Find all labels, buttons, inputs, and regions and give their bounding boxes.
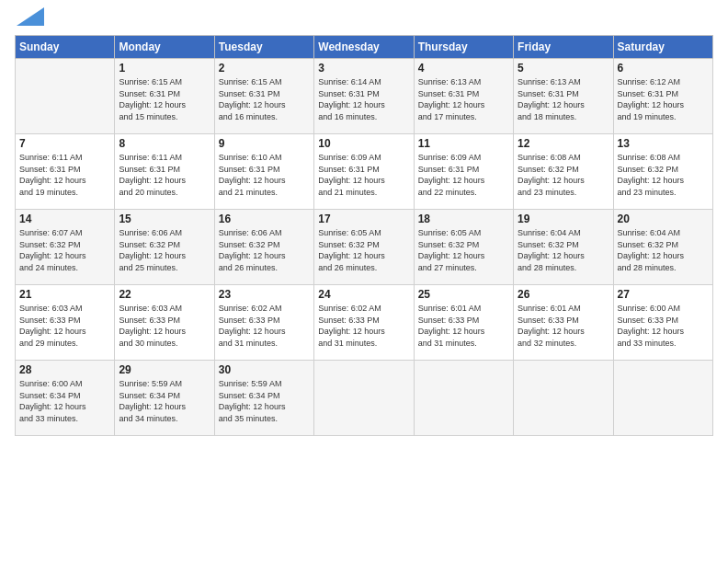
calendar-cell: 11Sunrise: 6:09 AM Sunset: 6:31 PM Dayli… xyxy=(414,134,513,210)
page-header xyxy=(15,15,713,26)
day-info: Sunrise: 6:04 AM Sunset: 6:32 PM Dayligh… xyxy=(618,227,709,273)
day-number: 25 xyxy=(418,288,509,301)
day-info: Sunrise: 6:14 AM Sunset: 6:31 PM Dayligh… xyxy=(318,76,409,122)
day-number: 22 xyxy=(119,288,210,301)
calendar-cell: 25Sunrise: 6:01 AM Sunset: 6:33 PM Dayli… xyxy=(414,285,513,361)
day-info: Sunrise: 6:13 AM Sunset: 6:31 PM Dayligh… xyxy=(518,76,609,122)
day-number: 27 xyxy=(618,288,709,301)
calendar-cell xyxy=(514,361,613,436)
calendar-cell: 17Sunrise: 6:05 AM Sunset: 6:32 PM Dayli… xyxy=(314,210,414,285)
day-number: 9 xyxy=(219,137,310,150)
day-info: Sunrise: 6:00 AM Sunset: 6:33 PM Dayligh… xyxy=(618,303,709,349)
calendar-cell: 28Sunrise: 6:00 AM Sunset: 6:34 PM Dayli… xyxy=(16,361,115,436)
day-info: Sunrise: 6:00 AM Sunset: 6:34 PM Dayligh… xyxy=(19,378,110,424)
calendar-cell: 18Sunrise: 6:05 AM Sunset: 6:32 PM Dayli… xyxy=(414,210,513,285)
calendar-cell: 10Sunrise: 6:09 AM Sunset: 6:31 PM Dayli… xyxy=(314,134,414,210)
weekday-header-monday: Monday xyxy=(115,36,214,59)
day-number: 6 xyxy=(618,62,709,75)
logo-arrow-icon xyxy=(17,7,44,26)
calendar-cell: 9Sunrise: 6:10 AM Sunset: 6:31 PM Daylig… xyxy=(214,134,313,210)
day-number: 23 xyxy=(219,288,310,301)
day-info: Sunrise: 6:15 AM Sunset: 6:31 PM Dayligh… xyxy=(119,76,210,122)
day-info: Sunrise: 6:02 AM Sunset: 6:33 PM Dayligh… xyxy=(318,303,409,349)
day-info: Sunrise: 6:07 AM Sunset: 6:32 PM Dayligh… xyxy=(19,227,110,273)
day-number: 10 xyxy=(318,137,409,150)
day-number: 21 xyxy=(19,288,110,301)
calendar-cell xyxy=(314,361,414,436)
calendar-cell: 6Sunrise: 6:12 AM Sunset: 6:31 PM Daylig… xyxy=(613,59,712,134)
day-info: Sunrise: 6:09 AM Sunset: 6:31 PM Dayligh… xyxy=(418,152,509,198)
day-info: Sunrise: 6:01 AM Sunset: 6:33 PM Dayligh… xyxy=(418,303,509,349)
week-row-5: 28Sunrise: 6:00 AM Sunset: 6:34 PM Dayli… xyxy=(16,361,713,436)
calendar-cell xyxy=(414,361,513,436)
weekday-header-saturday: Saturday xyxy=(613,36,712,59)
calendar-cell: 3Sunrise: 6:14 AM Sunset: 6:31 PM Daylig… xyxy=(314,59,414,134)
week-row-1: 1Sunrise: 6:15 AM Sunset: 6:31 PM Daylig… xyxy=(16,59,713,134)
logo xyxy=(15,15,44,26)
day-info: Sunrise: 6:03 AM Sunset: 6:33 PM Dayligh… xyxy=(119,303,210,349)
day-number: 29 xyxy=(119,363,210,376)
day-number: 7 xyxy=(19,137,110,150)
day-info: Sunrise: 6:09 AM Sunset: 6:31 PM Dayligh… xyxy=(318,152,409,198)
day-info: Sunrise: 6:15 AM Sunset: 6:31 PM Dayligh… xyxy=(219,76,310,122)
day-number: 20 xyxy=(618,213,709,225)
day-info: Sunrise: 5:59 AM Sunset: 6:34 PM Dayligh… xyxy=(119,378,210,424)
calendar-cell: 5Sunrise: 6:13 AM Sunset: 6:31 PM Daylig… xyxy=(514,59,613,134)
day-info: Sunrise: 6:02 AM Sunset: 6:33 PM Dayligh… xyxy=(219,303,310,349)
week-row-2: 7Sunrise: 6:11 AM Sunset: 6:31 PM Daylig… xyxy=(16,134,713,210)
week-row-4: 21Sunrise: 6:03 AM Sunset: 6:33 PM Dayli… xyxy=(16,285,713,361)
day-number: 12 xyxy=(518,137,609,150)
day-info: Sunrise: 6:06 AM Sunset: 6:32 PM Dayligh… xyxy=(219,227,310,273)
calendar-cell: 2Sunrise: 6:15 AM Sunset: 6:31 PM Daylig… xyxy=(214,59,313,134)
day-number: 28 xyxy=(19,363,110,376)
week-row-3: 14Sunrise: 6:07 AM Sunset: 6:32 PM Dayli… xyxy=(16,210,713,285)
day-info: Sunrise: 6:08 AM Sunset: 6:32 PM Dayligh… xyxy=(518,152,609,198)
day-number: 16 xyxy=(219,213,310,225)
calendar-cell: 23Sunrise: 6:02 AM Sunset: 6:33 PM Dayli… xyxy=(214,285,313,361)
day-number: 19 xyxy=(518,213,609,225)
calendar-cell: 29Sunrise: 5:59 AM Sunset: 6:34 PM Dayli… xyxy=(115,361,214,436)
day-info: Sunrise: 6:05 AM Sunset: 6:32 PM Dayligh… xyxy=(418,227,509,273)
day-info: Sunrise: 6:11 AM Sunset: 6:31 PM Dayligh… xyxy=(19,152,110,198)
calendar-cell: 24Sunrise: 6:02 AM Sunset: 6:33 PM Dayli… xyxy=(314,285,414,361)
calendar-cell: 12Sunrise: 6:08 AM Sunset: 6:32 PM Dayli… xyxy=(514,134,613,210)
weekday-header-thursday: Thursday xyxy=(414,36,513,59)
day-info: Sunrise: 6:03 AM Sunset: 6:33 PM Dayligh… xyxy=(19,303,110,349)
calendar-cell xyxy=(16,59,115,134)
calendar-cell: 26Sunrise: 6:01 AM Sunset: 6:33 PM Dayli… xyxy=(514,285,613,361)
day-info: Sunrise: 6:01 AM Sunset: 6:33 PM Dayligh… xyxy=(518,303,609,349)
header-row: SundayMondayTuesdayWednesdayThursdayFrid… xyxy=(16,36,713,59)
calendar-table: SundayMondayTuesdayWednesdayThursdayFrid… xyxy=(15,35,713,436)
day-number: 5 xyxy=(518,62,609,75)
weekday-header-friday: Friday xyxy=(514,36,613,59)
calendar-cell xyxy=(613,361,712,436)
day-number: 24 xyxy=(318,288,409,301)
day-info: Sunrise: 6:10 AM Sunset: 6:31 PM Dayligh… xyxy=(219,152,310,198)
weekday-header-wednesday: Wednesday xyxy=(314,36,414,59)
day-number: 30 xyxy=(219,363,310,376)
svg-marker-0 xyxy=(17,7,44,26)
calendar-cell: 21Sunrise: 6:03 AM Sunset: 6:33 PM Dayli… xyxy=(16,285,115,361)
calendar-cell: 7Sunrise: 6:11 AM Sunset: 6:31 PM Daylig… xyxy=(16,134,115,210)
day-number: 18 xyxy=(418,213,509,225)
weekday-header-tuesday: Tuesday xyxy=(214,36,313,59)
calendar-cell: 19Sunrise: 6:04 AM Sunset: 6:32 PM Dayli… xyxy=(514,210,613,285)
day-number: 11 xyxy=(418,137,509,150)
day-info: Sunrise: 6:08 AM Sunset: 6:32 PM Dayligh… xyxy=(618,152,709,198)
day-number: 3 xyxy=(318,62,409,75)
day-info: Sunrise: 5:59 AM Sunset: 6:34 PM Dayligh… xyxy=(219,378,310,424)
calendar-cell: 4Sunrise: 6:13 AM Sunset: 6:31 PM Daylig… xyxy=(414,59,513,134)
day-number: 8 xyxy=(119,137,210,150)
day-number: 26 xyxy=(518,288,609,301)
day-number: 1 xyxy=(119,62,210,75)
day-number: 14 xyxy=(19,213,110,225)
day-info: Sunrise: 6:11 AM Sunset: 6:31 PM Dayligh… xyxy=(119,152,210,198)
day-number: 17 xyxy=(318,213,409,225)
calendar-cell: 16Sunrise: 6:06 AM Sunset: 6:32 PM Dayli… xyxy=(214,210,313,285)
day-info: Sunrise: 6:05 AM Sunset: 6:32 PM Dayligh… xyxy=(318,227,409,273)
calendar-cell: 13Sunrise: 6:08 AM Sunset: 6:32 PM Dayli… xyxy=(613,134,712,210)
weekday-header-sunday: Sunday xyxy=(16,36,115,59)
day-number: 15 xyxy=(119,213,210,225)
day-info: Sunrise: 6:04 AM Sunset: 6:32 PM Dayligh… xyxy=(518,227,609,273)
day-number: 13 xyxy=(618,137,709,150)
